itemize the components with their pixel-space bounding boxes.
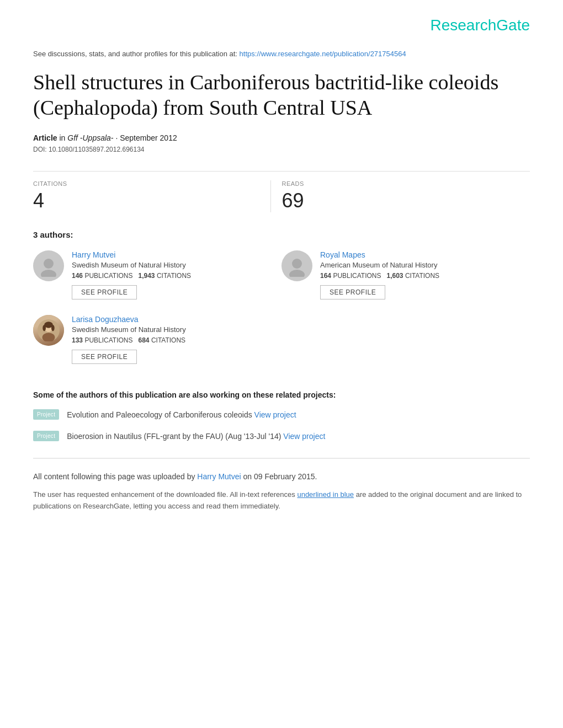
pub-link-url[interactable]: https://www.researchgate.net/publication… (240, 50, 406, 58)
project-badge-1: Project (33, 409, 59, 420)
royal-citations-num: 1,603 (387, 272, 403, 280)
reads-value: 69 (282, 189, 508, 212)
upload-prefix: All content following this page was uplo… (33, 472, 195, 481)
svg-point-0 (44, 259, 54, 269)
author-info-royal-mapes: Royal Mapes American Museum of Natural H… (320, 250, 530, 299)
author-card-royal-mapes: Royal Mapes American Museum of Natural H… (282, 250, 530, 315)
author-name-harry-mutvei[interactable]: Harry Mutvei (72, 250, 282, 259)
reads-label: READS (282, 180, 508, 187)
reads-block: READS 69 (282, 180, 519, 212)
article-in-label: in (59, 133, 67, 142)
pub-link-prefix: See discussions, stats, and author profi… (33, 50, 237, 58)
author-institution-harry-mutvei: Swedish Museum of Natural History (72, 261, 282, 269)
harry-citations-label: CITATIONS (157, 272, 191, 280)
project-link-1[interactable]: View project (254, 410, 296, 419)
pub-link-line: See discussions, stats, and author profi… (33, 50, 530, 58)
publication-title: Shell structures in Carboniferous bactri… (33, 70, 530, 120)
larisa-avatar-inner (33, 315, 64, 346)
see-profile-button-larisa-doguzhaeva[interactable]: SEE PROFILE (72, 350, 137, 364)
author-info-harry-mutvei: Harry Mutvei Swedish Museum of Natural H… (72, 250, 282, 299)
researchgate-logo: ResearchGate (430, 17, 530, 34)
citations-label: CITATIONS (33, 180, 259, 187)
author-name-larisa-doguzhaeva[interactable]: Larisa Doguzhaeva (72, 315, 282, 324)
author-card-harry-mutvei: Harry Mutvei Swedish Museum of Natural H… (33, 250, 282, 315)
upload-suffix: on 09 February 2015. (243, 472, 317, 481)
author-avatar-harry-mutvei (33, 250, 64, 281)
footer-upload-text: All content following this page was uplo… (33, 471, 530, 483)
author-stats-larisa-doguzhaeva: 133 PUBLICATIONS 684 CITATIONS (72, 336, 282, 344)
project-link-2[interactable]: View project (283, 432, 325, 441)
author-stats-harry-mutvei: 146 PUBLICATIONS 1,943 CITATIONS (72, 272, 282, 280)
author-name-royal-mapes[interactable]: Royal Mapes (320, 250, 530, 259)
author-avatar-royal-mapes (282, 250, 312, 281)
uploader-name-link[interactable]: Harry Mutvei (197, 472, 241, 481)
author-avatar-larisa-doguzhaeva (33, 315, 64, 346)
authors-heading: 3 authors: (33, 230, 530, 239)
page: ResearchGate See discussions, stats, and… (0, 0, 563, 728)
author-stats-royal-mapes: 164 PUBLICATIONS 1,603 CITATIONS (320, 272, 530, 280)
project-description-2: Bioerosion in Nautilus (FFL-grant by the… (67, 432, 281, 441)
author-institution-larisa-doguzhaeva: Swedish Museum of Natural History (72, 325, 282, 334)
larisa-citations-label: CITATIONS (151, 336, 185, 344)
footer-note-link[interactable]: underlined in blue (297, 490, 354, 499)
svg-point-3 (289, 270, 305, 277)
larisa-citations-num: 684 (139, 336, 150, 344)
harry-publications-num: 146 (72, 272, 83, 280)
harry-publications-label: PUBLICATIONS (84, 272, 136, 280)
svg-point-1 (41, 270, 56, 277)
header: ResearchGate (33, 17, 530, 34)
svg-point-10 (51, 325, 55, 331)
project-description-1: Evolution and Paleoecology of Carbonifer… (67, 410, 252, 419)
harry-citations-num: 1,943 (139, 272, 155, 280)
article-meta: Article in Gff -Uppsala- · September 201… (33, 133, 530, 142)
article-date: September 2012 (120, 133, 177, 142)
citations-value: 4 (33, 189, 259, 212)
see-profile-button-royal-mapes[interactable]: SEE PROFILE (320, 285, 385, 299)
footer-section: All content following this page was uplo… (33, 458, 530, 512)
project-badge-2: Project (33, 431, 59, 441)
project-text-1: Evolution and Paleoecology of Carbonifer… (67, 410, 296, 419)
project-item-1: Project Evolution and Paleoecology of Ca… (33, 409, 530, 420)
stats-row: CITATIONS 4 READS 69 (33, 180, 530, 212)
doi-text: DOI: 10.1080/11035897.2012.696134 (33, 146, 530, 153)
author-institution-royal-mapes: American Museum of Natural History (320, 261, 530, 269)
project-text-2: Bioerosion in Nautilus (FFL-grant by the… (67, 432, 325, 441)
larisa-publications-num: 133 (72, 336, 83, 344)
svg-point-2 (292, 259, 302, 269)
svg-point-9 (43, 325, 46, 331)
see-profile-button-harry-mutvei[interactable]: SEE PROFILE (72, 285, 137, 299)
footer-note: The user has requested enhancement of th… (33, 489, 530, 512)
citations-block: CITATIONS 4 (33, 180, 271, 212)
stats-divider (33, 171, 530, 172)
royal-publications-label: PUBLICATIONS (333, 272, 385, 280)
project-item-2: Project Bioerosion in Nautilus (FFL-gran… (33, 431, 530, 441)
authors-grid: Harry Mutvei Swedish Museum of Natural H… (33, 250, 530, 379)
article-type-label: Article (33, 133, 57, 142)
royal-publications-num: 164 (320, 272, 331, 280)
royal-citations-label: CITATIONS (405, 272, 439, 280)
larisa-publications-label: PUBLICATIONS (84, 336, 136, 344)
author-info-larisa-doguzhaeva: Larisa Doguzhaeva Swedish Museum of Natu… (72, 315, 282, 364)
author-card-larisa-doguzhaeva: Larisa Doguzhaeva Swedish Museum of Natu… (33, 315, 282, 379)
footer-note-text: The user has requested enhancement of th… (33, 490, 295, 499)
article-journal: Gff -Uppsala- (67, 133, 113, 142)
related-projects-heading: Some of the authors of this publication … (33, 390, 530, 399)
